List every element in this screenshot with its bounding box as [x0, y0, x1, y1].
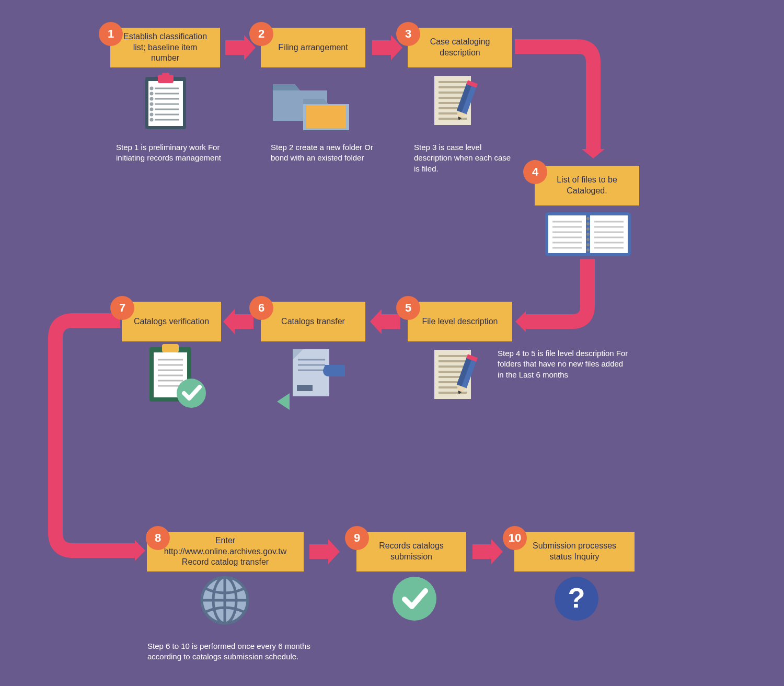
step-6-box: Catalogs transfer	[261, 302, 365, 341]
step-1-caption: Step 1 is preliminary work For initiatin…	[116, 142, 226, 164]
step-9-label: Records catalogs submission	[365, 541, 458, 563]
svg-text:?: ?	[568, 582, 585, 613]
svg-rect-18	[306, 105, 346, 128]
svg-point-11	[151, 103, 153, 105]
svg-point-53	[586, 238, 590, 241]
step-10-box: Submission processes status Inquiry	[514, 532, 635, 571]
svg-point-13	[151, 108, 153, 110]
svg-rect-76	[297, 385, 313, 391]
arrow-6-to-7	[234, 314, 253, 329]
step-8-badge: 8	[146, 526, 170, 550]
step-1-label: Establish classification list; baseline …	[119, 31, 212, 64]
arrow-5-to-6	[381, 314, 400, 329]
step-6-label: Catalogs transfer	[281, 316, 345, 327]
svg-point-54	[586, 243, 590, 246]
svg-point-94	[393, 577, 436, 621]
svg-point-9	[151, 98, 153, 100]
step-3-box: Case cataloging description	[408, 28, 512, 67]
step-9-badge: 9	[345, 526, 369, 550]
folders-icon	[270, 73, 353, 135]
arrow-2-to-3	[372, 40, 392, 55]
step-4-badge: 4	[523, 160, 547, 184]
step-3-caption: Step 3 is case level description when ea…	[414, 142, 518, 174]
step-8-caption: Step 6 to 10 is performed once every 6 m…	[147, 641, 336, 662]
arrow-1-to-2	[225, 40, 245, 55]
check-circle-icon	[391, 575, 438, 622]
step-9-box: Records catalogs submission	[356, 532, 466, 571]
step-5-box: File level description	[408, 302, 512, 341]
step-3-label: Case cataloging description	[416, 37, 504, 59]
step-2-box: Filing arrangement	[261, 28, 365, 67]
step-2-caption: Step 2 create a new folder Or bond with …	[271, 142, 375, 164]
step-1-badge: 1	[99, 22, 123, 46]
step-2-badge: 2	[249, 22, 273, 46]
step-3-badge: 3	[396, 22, 420, 46]
svg-rect-3	[162, 73, 169, 77]
svg-marker-88	[135, 540, 145, 561]
step-5-label: File level description	[422, 316, 498, 327]
arrow-8-to-9	[309, 544, 329, 559]
clipboard-list-icon	[137, 70, 194, 133]
notebook-icon	[541, 205, 635, 263]
step-4-label: List of files to be Cataloged.	[543, 175, 631, 197]
question-circle-icon: ?	[553, 575, 600, 622]
step-8-label: Enter http://www.online.archives.gov.tw …	[155, 535, 295, 568]
svg-point-50	[586, 222, 590, 225]
step-10-badge: 10	[503, 526, 527, 550]
document-pencil-icon-2	[428, 344, 495, 407]
document-pencil-icon	[428, 70, 495, 133]
svg-marker-33	[582, 149, 605, 158]
step-8-box: Enter http://www.online.archives.gov.tw …	[147, 532, 304, 571]
svg-point-55	[586, 248, 590, 251]
step-5-badge: 5	[396, 296, 420, 320]
svg-marker-77	[277, 393, 290, 410]
svg-point-15	[151, 113, 153, 116]
step-10-label: Submission processes status Inquiry	[523, 541, 626, 563]
step-7-badge: 7	[110, 296, 134, 320]
step-4-box: List of files to be Cataloged.	[535, 166, 639, 205]
svg-marker-56	[515, 311, 526, 332]
arrow-9-to-10	[472, 544, 492, 559]
step-2-label: Filing arrangement	[278, 42, 348, 53]
svg-point-7	[151, 93, 153, 95]
step-1-box: Establish classification list; baseline …	[110, 28, 220, 67]
step-6-badge: 6	[249, 296, 273, 320]
svg-point-5	[151, 87, 153, 89]
document-hand-icon	[277, 344, 350, 412]
globe-icon	[199, 574, 251, 626]
svg-point-51	[586, 227, 590, 231]
arrow-3-to-4	[515, 39, 609, 170]
svg-point-17	[151, 119, 153, 121]
step-5-caption: Step 4 to 5 is file level description Fo…	[498, 348, 628, 380]
svg-point-49	[586, 217, 590, 220]
svg-point-52	[586, 233, 590, 236]
arrow-4-to-5	[509, 259, 614, 342]
